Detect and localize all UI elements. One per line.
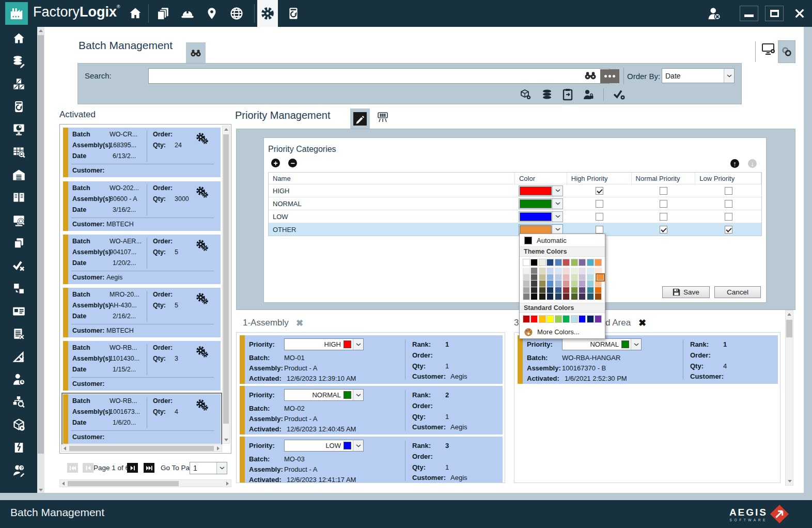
close-area-panel-icon[interactable]: ✖: [638, 317, 646, 329]
chevron-down-icon[interactable]: [552, 186, 563, 196]
next-page-button[interactable]: [127, 463, 138, 473]
gears-icon[interactable]: [195, 345, 209, 361]
theme-color-variant-swatch[interactable]: [539, 274, 546, 281]
tab-search[interactable]: [186, 42, 206, 63]
theme-color-variant-swatch[interactable]: [546, 293, 554, 300]
theme-color-variant-swatch[interactable]: [523, 274, 530, 281]
sidebar-torn-document-icon[interactable]: [0, 436, 37, 459]
assembly-card[interactable]: Priority: LOW Batch:MO-03 Assembly:Produ…: [240, 437, 503, 483]
priority-row[interactable]: HIGH: [269, 184, 761, 197]
theme-color-variant-swatch[interactable]: [546, 274, 554, 281]
theme-color-variant-swatch[interactable]: [530, 287, 538, 294]
priority-row[interactable]: OTHER: [269, 223, 761, 236]
priority-select[interactable]: LOW: [284, 440, 364, 452]
theme-color-variant-swatch[interactable]: [579, 281, 586, 287]
scroll-left-arrow-icon[interactable]: [64, 446, 66, 451]
batch-card[interactable]: BatchWO-202... Assembly(s)80600 - A Date…: [63, 181, 221, 231]
database-icon[interactable]: [541, 88, 553, 101]
scroll-up-arrow-icon[interactable]: [39, 29, 43, 32]
theme-color-variant-swatch[interactable]: [546, 281, 554, 287]
theme-color-variant-swatch[interactable]: [555, 293, 562, 300]
theme-color-variant-swatch[interactable]: [563, 281, 570, 287]
standard-color-swatch[interactable]: [546, 315, 554, 323]
logout-user-icon[interactable]: [704, 3, 724, 24]
theme-color-variant-swatch[interactable]: [523, 268, 530, 274]
globe-icon[interactable]: [226, 3, 247, 24]
chevron-down-icon[interactable]: [353, 440, 363, 451]
standard-color-swatch[interactable]: [555, 315, 562, 323]
theme-color-variant-swatch[interactable]: [523, 287, 530, 294]
theme-color-variant-swatch[interactable]: [587, 281, 594, 287]
check-settings-icon[interactable]: [613, 88, 626, 101]
sidebar-documents-icon[interactable]: [0, 231, 37, 254]
theme-color-variant-swatch[interactable]: [530, 293, 538, 300]
color-select[interactable]: [519, 211, 563, 222]
add-category-button[interactable]: +: [271, 159, 280, 167]
standard-color-swatch[interactable]: [587, 315, 594, 323]
standard-color-swatch[interactable]: [530, 315, 538, 323]
user-lock-icon[interactable]: [582, 88, 595, 101]
chevron-down-icon[interactable]: [353, 390, 363, 400]
sidebar-cube-run-icon[interactable]: [0, 413, 37, 436]
home-icon[interactable]: [125, 3, 146, 24]
standard-color-swatch[interactable]: [523, 315, 530, 323]
assembly-card[interactable]: Priority: HIGH Batch:MO-01 Assembly:Prod…: [240, 335, 503, 384]
sidebar-scrollbar-thumb[interactable]: [38, 35, 44, 454]
chevron-down-icon[interactable]: [353, 339, 363, 350]
save-button[interactable]: Save: [662, 286, 710, 298]
last-page-button[interactable]: [144, 463, 154, 473]
theme-color-variant-swatch[interactable]: [563, 274, 570, 281]
gears-icon[interactable]: [195, 292, 209, 307]
main-scrollbar[interactable]: [785, 310, 793, 486]
theme-color-variant-swatch[interactable]: [595, 293, 602, 300]
goto-page-select[interactable]: 1: [190, 462, 227, 474]
priority-row[interactable]: LOW: [269, 210, 761, 223]
low-priority-checkbox[interactable]: [725, 200, 732, 208]
theme-color-variant-swatch[interactable]: [579, 274, 586, 281]
chevron-down-icon[interactable]: [552, 212, 563, 222]
gears-icon[interactable]: [195, 398, 209, 414]
standard-color-swatch[interactable]: [563, 315, 570, 323]
theme-color-variant-swatch[interactable]: [530, 281, 538, 287]
theme-color-variant-swatch[interactable]: [571, 274, 578, 281]
theme-color-variant-swatch[interactable]: [595, 281, 602, 287]
package-settings-icon[interactable]: [520, 88, 532, 101]
theme-color-variant-swatch[interactable]: [555, 287, 562, 294]
theme-color-variant-swatch[interactable]: [539, 287, 546, 294]
theme-color-variant-swatch[interactable]: [563, 293, 570, 300]
move-up-button[interactable]: ↑: [730, 159, 739, 168]
theme-color-variant-swatch[interactable]: [587, 293, 594, 300]
scroll-up-arrow-icon[interactable]: [224, 128, 228, 131]
theme-color-variant-swatch[interactable]: [571, 287, 578, 294]
move-down-button[interactable]: ↓: [748, 159, 757, 168]
batch-card[interactable]: BatchWO-CR... Assembly(s)168395... Date6…: [63, 128, 221, 177]
batch-card[interactable]: BatchWO-RB... Assembly(s)1101430... Date…: [63, 341, 221, 391]
priority-select[interactable]: NORMAL: [562, 338, 642, 350]
list-hscrollbar[interactable]: [61, 444, 222, 452]
gears-icon[interactable]: [195, 185, 209, 201]
color-select[interactable]: [519, 185, 563, 196]
sidebar-id-card-icon[interactable]: [0, 300, 37, 322]
theme-color-swatch[interactable]: [595, 259, 602, 266]
theme-color-variant-swatch[interactable]: [587, 268, 594, 274]
scroll-down-arrow-icon[interactable]: [39, 489, 43, 491]
low-priority-checkbox[interactable]: [725, 187, 732, 195]
sidebar-transfer-icon[interactable]: [0, 277, 37, 300]
scroll-down-arrow-icon[interactable]: [788, 480, 792, 483]
clipboard-export-icon[interactable]: [562, 88, 573, 101]
panel-hscrollbar[interactable]: [59, 479, 231, 487]
automatic-color-option[interactable]: Automatic: [520, 234, 605, 246]
theme-color-variant-swatch[interactable]: [563, 287, 570, 294]
chevron-down-icon[interactable]: [552, 199, 563, 209]
theme-color-swatch[interactable]: [539, 259, 546, 266]
theme-color-variant-swatch[interactable]: [571, 281, 578, 287]
theme-color-swatch[interactable]: [530, 259, 538, 266]
scroll-down-arrow-icon[interactable]: [224, 439, 228, 441]
theme-color-swatch[interactable]: [571, 259, 578, 266]
sidebar-check-x-icon[interactable]: [0, 254, 37, 277]
theme-color-variant-swatch[interactable]: [530, 268, 538, 274]
high-priority-checkbox[interactable]: [596, 213, 603, 221]
theme-color-variant-swatch[interactable]: [546, 287, 554, 294]
previous-page-button[interactable]: [83, 463, 93, 473]
monitor-view-button[interactable]: [761, 42, 776, 58]
